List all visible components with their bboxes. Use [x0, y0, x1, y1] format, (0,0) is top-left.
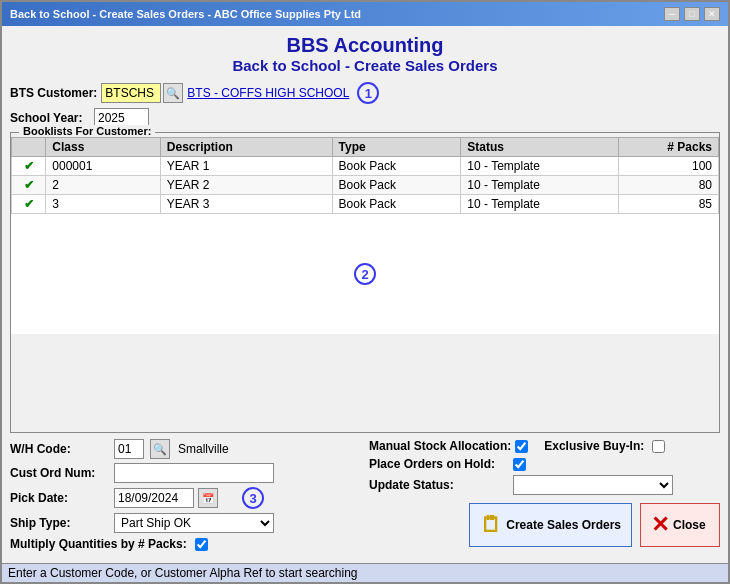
row-status: 10 - Template [461, 157, 618, 176]
window-controls: ─ □ ✕ [664, 7, 720, 21]
cust-ord-label: Cust Ord Num: [10, 466, 110, 480]
table-row[interactable]: ✔ 3 YEAR 3 Book Pack 10 - Template 85 [12, 195, 719, 214]
row-description: YEAR 2 [160, 176, 332, 195]
pick-date-row: Pick Date: 📅 3 [10, 487, 361, 509]
close-window-button[interactable]: ✕ [704, 7, 720, 21]
title-bar: Back to School - Create Sales Orders - A… [2, 2, 728, 26]
wh-code-input[interactable] [114, 439, 144, 459]
window-title: Back to School - Create Sales Orders - A… [10, 8, 361, 20]
bottom-left: W/H Code: 🔍 Smallville Cust Ord Num: Pic… [10, 439, 361, 551]
col-header-type: Type [332, 138, 461, 157]
bts-customer-search-button[interactable]: 🔍 [163, 83, 183, 103]
row-check: ✔ [12, 176, 46, 195]
row-class: 2 [46, 176, 160, 195]
ship-type-label: Ship Type: [10, 516, 110, 530]
exclusive-label: Exclusive Buy-In: [544, 439, 644, 453]
col-header-icon [12, 138, 46, 157]
cust-ord-row: Cust Ord Num: [10, 463, 361, 483]
app-subtitle: Back to School - Create Sales Orders [10, 57, 720, 74]
row-type: Book Pack [332, 195, 461, 214]
manual-stock-row: Manual Stock Allocation: Exclusive Buy-I… [369, 439, 720, 453]
place-orders-checkbox[interactable] [513, 458, 526, 471]
multiply-label: Multiply Quantities by # Packs: [10, 537, 187, 551]
booklists-legend: Booklists For Customer: [19, 125, 155, 137]
wh-code-row: W/H Code: 🔍 Smallville [10, 439, 361, 459]
row-check: ✔ [12, 195, 46, 214]
row-check: ✔ [12, 157, 46, 176]
row-packs: 80 [618, 176, 718, 195]
calendar-button[interactable]: 📅 [198, 488, 218, 508]
table-header-row: Class Description Type Status # Packs [12, 138, 719, 157]
update-status-label: Update Status: [369, 478, 509, 492]
ship-type-row: Ship Type: Part Ship OK Full Ship Only P… [10, 513, 361, 533]
customer-link[interactable]: BTS - COFFS HIGH SCHOOL [187, 86, 349, 100]
wh-code-label: W/H Code: [10, 442, 110, 456]
close-button-label: Close [673, 518, 706, 532]
row-class: 000001 [46, 157, 160, 176]
row-description: YEAR 3 [160, 195, 332, 214]
multiply-checkbox[interactable] [195, 538, 208, 551]
booklists-table: Class Description Type Status # Packs ✔ … [11, 137, 719, 214]
exclusive-checkbox[interactable] [652, 440, 665, 453]
content-area: BBS Accounting Back to School - Create S… [2, 26, 728, 563]
close-button[interactable]: ✕ Close [640, 503, 720, 547]
bottom-right: Manual Stock Allocation: Exclusive Buy-I… [369, 439, 720, 551]
row-class: 3 [46, 195, 160, 214]
app-title: BBS Accounting [10, 34, 720, 57]
minimize-button[interactable]: ─ [664, 7, 680, 21]
row-description: YEAR 1 [160, 157, 332, 176]
col-header-status: Status [461, 138, 618, 157]
booklists-group: Booklists For Customer: Class Descriptio… [10, 132, 720, 433]
badge-1: 1 [357, 82, 379, 104]
booklists-table-area: Class Description Type Status # Packs ✔ … [11, 137, 719, 432]
status-text: Enter a Customer Code, or Customer Alpha… [8, 566, 358, 580]
row-status: 10 - Template [461, 195, 618, 214]
col-header-class: Class [46, 138, 160, 157]
bts-customer-input[interactable] [101, 83, 161, 103]
place-orders-row: Place Orders on Hold: [369, 457, 720, 471]
col-header-description: Description [160, 138, 332, 157]
wh-name: Smallville [178, 442, 229, 456]
row-status: 10 - Template [461, 176, 618, 195]
table-row[interactable]: ✔ 2 YEAR 2 Book Pack 10 - Template 80 [12, 176, 719, 195]
row-packs: 100 [618, 157, 718, 176]
restore-button[interactable]: □ [684, 7, 700, 21]
bottom-section: W/H Code: 🔍 Smallville Cust Ord Num: Pic… [10, 439, 720, 551]
place-orders-label: Place Orders on Hold: [369, 457, 509, 471]
col-header-packs: # Packs [618, 138, 718, 157]
manual-stock-label: Manual Stock Allocation: [369, 439, 511, 453]
create-icon: 🗒 [480, 512, 502, 538]
multiply-row: Multiply Quantities by # Packs: [10, 537, 361, 551]
table-row[interactable]: ✔ 000001 YEAR 1 Book Pack 10 - Template … [12, 157, 719, 176]
bts-customer-row: BTS Customer: 🔍 BTS - COFFS HIGH SCHOOL … [10, 82, 720, 104]
create-button-label: Create Sales Orders [506, 518, 621, 532]
update-status-row: Update Status: [369, 475, 720, 495]
manual-stock-checkbox[interactable] [515, 440, 528, 453]
create-sales-orders-button[interactable]: 🗒 Create Sales Orders [469, 503, 632, 547]
bts-customer-label: BTS Customer: [10, 86, 97, 100]
ship-type-select[interactable]: Part Ship OK Full Ship Only Part Ship [114, 513, 274, 533]
wh-code-search-button[interactable]: 🔍 [150, 439, 170, 459]
status-bar: Enter a Customer Code, or Customer Alpha… [2, 563, 728, 582]
row-packs: 85 [618, 195, 718, 214]
close-icon: ✕ [651, 512, 669, 538]
cust-ord-input[interactable] [114, 463, 274, 483]
app-header: BBS Accounting Back to School - Create S… [10, 34, 720, 74]
action-buttons: 🗒 Create Sales Orders ✕ Close [369, 499, 720, 551]
row-type: Book Pack [332, 157, 461, 176]
pick-date-input[interactable] [114, 488, 194, 508]
school-year-label: School Year: [10, 111, 90, 125]
table-empty-space: 2 [11, 214, 719, 334]
row-type: Book Pack [332, 176, 461, 195]
badge-3: 3 [242, 487, 264, 509]
main-window: Back to School - Create Sales Orders - A… [0, 0, 730, 584]
update-status-select[interactable] [513, 475, 673, 495]
pick-date-label: Pick Date: [10, 491, 110, 505]
badge-2: 2 [354, 263, 376, 285]
